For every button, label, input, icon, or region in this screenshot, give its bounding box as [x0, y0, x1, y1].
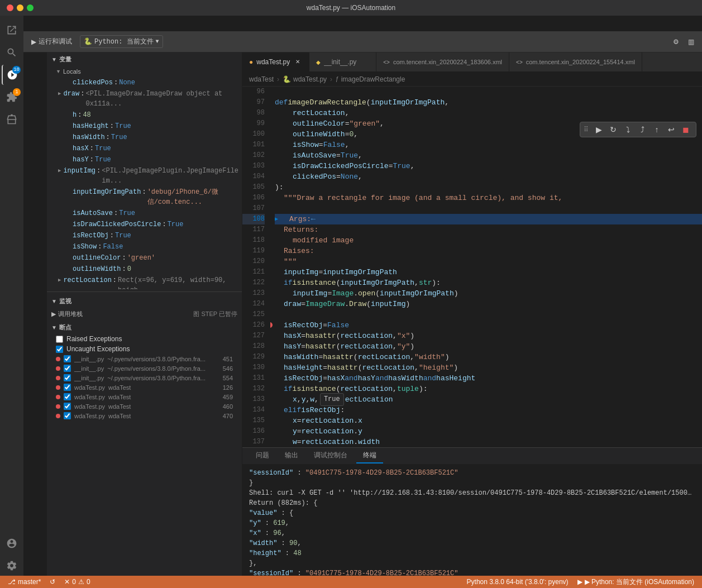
var-hasWidth[interactable]: hasWidth : True	[47, 132, 242, 143]
var-outlineColor[interactable]: outlineColor : 'green'	[47, 252, 242, 264]
debug-disconnect[interactable]: ↩	[665, 123, 678, 136]
tab-icon-xml1: <>	[383, 59, 390, 65]
bp-init-451[interactable]: __init__.py ~/.pyenv/versions/3.8.0/Pyth…	[47, 354, 242, 364]
bp-checkbox[interactable]	[64, 412, 71, 419]
bp-wdatest-460[interactable]: wdaTest.py wdaTest 460	[47, 401, 242, 411]
status-sync[interactable]: ↺	[47, 576, 58, 588]
activity-explorer[interactable]	[2, 20, 22, 40]
breakpoints-header[interactable]: ▼ 断点	[47, 321, 242, 334]
debug-stop[interactable]: ◼	[679, 123, 693, 136]
bp-checkbox[interactable]	[64, 384, 71, 391]
status-run-file[interactable]: ▶ ▶ Python: 当前文件 (iOSAutomation)	[575, 576, 696, 588]
run-debug-button[interactable]: ▶ 运行和调试	[28, 35, 75, 49]
activity-debug[interactable]: 10	[2, 65, 22, 85]
panel-tab-debug-console[interactable]: 调试控制台	[307, 448, 354, 463]
run-icon: ▶	[31, 38, 36, 46]
bp-checkbox[interactable]	[64, 374, 71, 381]
var-isAutoSave[interactable]: isAutoSave : True	[47, 208, 242, 219]
var-hasX[interactable]: hasX : True	[47, 143, 242, 154]
tab-xml2[interactable]: <> com.tencent.xin_20200224_155414.xml	[509, 52, 642, 71]
debug-step-into[interactable]: ⤵	[621, 123, 634, 136]
var-clickedPos[interactable]: clickedPos : None	[47, 77, 242, 88]
breakpoint-indicator	[270, 322, 273, 328]
bp-uncaught-exceptions[interactable]: Uncaught Exceptions	[47, 344, 242, 354]
breadcrumb-function[interactable]: ƒ imageDrawRectangle	[336, 75, 405, 83]
bp-checkbox[interactable]	[64, 355, 71, 362]
panel-tab-terminal[interactable]: 终端	[356, 448, 383, 463]
activity-settings[interactable]	[2, 556, 22, 576]
var-isDrawClickedPosCircle[interactable]: isDrawClickedPosCircle : True	[47, 219, 242, 230]
bp-init-554[interactable]: __init__.py ~/.pyenv/versions/3.8.0/Pyth…	[47, 373, 242, 383]
run-debug-label: 运行和调试	[39, 37, 72, 46]
uncaught-exceptions-checkbox[interactable]	[56, 346, 63, 353]
bp-checkbox[interactable]	[64, 403, 71, 410]
code-line-96	[275, 87, 702, 97]
var-inputImgOrImgPath[interactable]: inputImgOrImgPath : 'debug/iPhone_6/微信/c…	[47, 187, 242, 208]
breadcrumb-module[interactable]: 🐍 wdaTest.py	[283, 75, 327, 83]
bp-wdatest-459[interactable]: wdaTest.py wdaTest 459	[47, 392, 242, 401]
var-rectLocation[interactable]: ▶ rectLocation : Rect(x=96, y=619, width…	[47, 275, 242, 289]
activity-search[interactable]	[2, 42, 22, 63]
bp-init-546[interactable]: __init__.py ~/.pyenv/versions/3.8.0/Pyth…	[47, 364, 242, 373]
var-isShow[interactable]: isShow : False	[47, 241, 242, 252]
code-line-134: elif isRectObj:	[275, 405, 702, 415]
callstack-header[interactable]: ▶ 调用堆栈 图 STEP 已暂停	[47, 308, 242, 321]
maximize-button[interactable]	[27, 4, 34, 11]
breadcrumb-sep1: ›	[277, 75, 279, 83]
bp-wdatest-126[interactable]: wdaTest.py wdaTest 126	[47, 383, 242, 392]
close-button[interactable]	[7, 4, 13, 11]
activity-extensions[interactable]: 1	[2, 87, 22, 107]
code-content[interactable]: def imageDrawRectangle(inputImgOrImgPath…	[270, 87, 702, 447]
tab-init[interactable]: ◆ __init__.py	[309, 52, 376, 71]
python-selector[interactable]: 🐍 Python: 当前文件 ▼	[80, 35, 163, 48]
activity-account[interactable]	[2, 533, 22, 553]
debug-step-over[interactable]: ↻	[607, 123, 620, 136]
var-h[interactable]: h : 48	[47, 109, 242, 121]
terminal-line: }	[249, 478, 695, 488]
var-draw[interactable]: ▶ draw : <PIL.ImageDraw.ImageDraw object…	[47, 88, 242, 109]
var-hasHeight[interactable]: hasHeight : True	[47, 121, 242, 132]
status-branch[interactable]: ⎇ master*	[6, 576, 43, 588]
debug-continue[interactable]: ▶	[592, 123, 605, 136]
panel-tab-output[interactable]: 输出	[278, 448, 305, 463]
debug-restart[interactable]: ↑	[650, 123, 663, 136]
expand-icon: ▶	[58, 166, 61, 176]
locals-header[interactable]: ▼ Locals	[47, 66, 242, 77]
bp-raised-exceptions[interactable]: Raised Exceptions	[47, 334, 242, 344]
var-hasY[interactable]: hasY : True	[47, 154, 242, 165]
tab-wdaTest[interactable]: ● wdaTest.py ✕	[242, 52, 309, 71]
raised-exceptions-checkbox[interactable]	[56, 336, 63, 343]
var-isRectObj[interactable]: isRectObj : True	[47, 230, 242, 241]
tab-xml1[interactable]: <> com.tencent.xin_20200224_183606.xml	[376, 52, 509, 71]
var-inputImg[interactable]: ▶ inputImg : <PIL.JpegImagePlugin.JpegIm…	[47, 165, 242, 187]
python-label: Python: 当前文件	[94, 37, 154, 46]
var-outlineWidth[interactable]: outlineWidth : 0	[47, 264, 242, 275]
terminal-button[interactable]: ▥	[685, 36, 698, 48]
minimize-button[interactable]	[17, 4, 23, 11]
code-line-122: if isinstance(inputImgOrImgPath, str):	[275, 278, 702, 288]
debug-step-out[interactable]: ⤴	[636, 123, 649, 136]
status-python[interactable]: Python 3.8.0 64-bit ('3.8.0': pyenv)	[465, 576, 571, 588]
code-line-108: ▶ Args: ←	[275, 214, 702, 224]
code-line-125	[275, 309, 702, 320]
panel-content[interactable]: "sessionId" : "0491C775-1978-4D29-8B25-2…	[242, 465, 702, 588]
code-line-104: clickedPos=None,	[275, 171, 702, 182]
tab-close-wdaTest[interactable]: ✕	[293, 58, 302, 66]
code-editor[interactable]: 96 97 98 99 100 101 102 103 104 105 106 …	[242, 87, 702, 447]
watch-header[interactable]: ▼ 监视	[47, 294, 242, 308]
bp-dot	[56, 366, 60, 371]
terminal-line: "sessionId" : "0491C775-1978-4D29-8B25-2…	[249, 468, 695, 478]
variables-header[interactable]: ▼ 变量	[47, 52, 242, 66]
settings-button[interactable]: ⚙	[670, 36, 682, 48]
activity-testing[interactable]	[2, 109, 22, 130]
code-line-127: hasX = hasattr(rectLocation, "x")	[275, 331, 702, 341]
status-errors[interactable]: ✕ 0 ⚠ 0	[62, 576, 92, 588]
main-area: ▼ 变量 ▼ Locals clickedPos : None	[47, 52, 702, 588]
breadcrumb-file[interactable]: wdaTest	[249, 75, 274, 83]
bp-checkbox[interactable]	[64, 393, 71, 400]
panel-tab-problems[interactable]: 问题	[249, 448, 276, 463]
drag-handle[interactable]: ⠿	[584, 126, 589, 134]
bp-wdatest-470[interactable]: wdaTest.py wdaTest 470	[47, 411, 242, 420]
bp-checkbox[interactable]	[64, 365, 71, 372]
variables-title: 变量	[59, 55, 71, 64]
